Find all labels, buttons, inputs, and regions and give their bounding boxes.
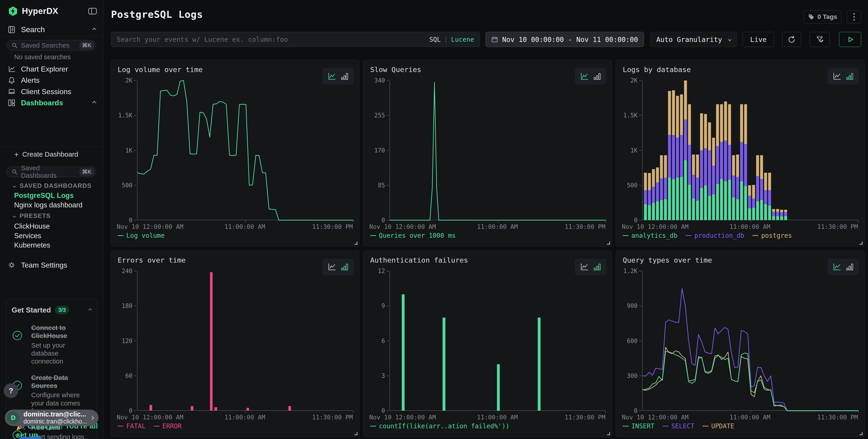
onboarding-item-sources[interactable]: Create Data Sources Configure where your… <box>11 374 91 415</box>
legend-item[interactable]: FATAL <box>118 422 146 430</box>
legend-item[interactable]: analytics_db <box>623 232 677 239</box>
section-label: PRESETS <box>20 213 51 220</box>
filter-edit-button[interactable] <box>810 32 830 47</box>
chart-legend: analytics_dbproduction_dbpostgres <box>623 232 792 239</box>
run-query-button[interactable] <box>839 32 861 47</box>
y-tick-label: 120 <box>122 338 136 344</box>
line-chart-icon[interactable] <box>327 72 336 81</box>
legend-item[interactable]: Queries over 1000 ms <box>370 232 456 239</box>
x-axis: Nov 10 12:00:00 AM 11:00:00 AM 11:30:00 … <box>616 414 864 421</box>
resize-handle[interactable] <box>354 242 358 245</box>
legend-item[interactable]: Log volume <box>118 232 165 239</box>
y-axis: 036912 <box>363 271 389 411</box>
sidebar-item-dashboards[interactable]: Dashboards <box>0 97 103 108</box>
refresh-button[interactable] <box>782 32 801 47</box>
sql-mode-toggle[interactable]: SQL <box>429 36 441 43</box>
section-saved-dashboards[interactable]: SAVED DASHBOARDS <box>13 182 92 189</box>
saved-dashboards-input[interactable]: Saved Dashboards ⌘K <box>6 167 96 177</box>
onboarding-item-connect[interactable]: Connect to ClickHouse Set up your databa… <box>11 324 91 366</box>
sidebar-item-alerts[interactable]: Alerts <box>0 74 103 86</box>
y-axis: 05001K1.5K2K <box>616 81 642 220</box>
x-tick <box>858 220 859 222</box>
sidebar-item-client-sessions[interactable]: Client Sessions <box>0 86 103 97</box>
divider <box>0 147 103 147</box>
y-tick-label: 900 <box>627 303 642 309</box>
y-tick-label: 1.2K <box>623 268 642 275</box>
sidebar-item-chart-explorer[interactable]: Chart Explorer <box>0 63 103 75</box>
legend-item[interactable]: UPDATE <box>703 422 734 430</box>
granularity-select[interactable]: Auto Granularity <box>650 32 737 47</box>
bar-chart-icon[interactable] <box>340 72 349 81</box>
legend-item[interactable]: production_db <box>686 232 744 239</box>
date-range-picker[interactable]: Nov 10 00:00:00 - Nov 11 00:00:00 <box>486 32 644 47</box>
line-chart-icon[interactable] <box>580 72 589 81</box>
resize-handle[interactable] <box>860 432 863 435</box>
x-tick <box>606 220 606 222</box>
help-button[interactable]: ? <box>4 383 18 398</box>
legend-item[interactable]: ERROR <box>154 422 181 430</box>
chevron-up-icon <box>92 28 96 32</box>
line-chart-icon[interactable] <box>832 262 842 272</box>
legend-item[interactable]: INSERT <box>623 422 654 430</box>
x-tick-label: 11:00:00 AM <box>224 414 265 421</box>
y-tick-label: 170 <box>374 147 389 154</box>
resize-handle[interactable] <box>607 432 610 435</box>
legend-item[interactable]: countIf(like(arr..ation failed%')) <box>370 422 509 430</box>
x-tick-label: Nov 10 12:00:00 AM <box>622 414 689 421</box>
plot-area[interactable] <box>137 271 353 411</box>
legend-item[interactable]: SELECT <box>663 422 694 430</box>
chart-canvas <box>390 271 606 411</box>
collapse-sidebar-button[interactable] <box>88 7 97 15</box>
plot-area[interactable] <box>390 271 606 411</box>
tags-button[interactable]: 0 Tags <box>804 10 842 24</box>
sidebar-item-nginx-logs[interactable]: Nginx logs dashboard <box>14 201 83 209</box>
sidebar-item-clickhouse[interactable]: ClickHouse <box>14 222 50 230</box>
chart-legend: countIf(like(arr..ation failed%')) <box>370 422 509 430</box>
lucene-mode-toggle[interactable]: Lucene <box>451 36 474 43</box>
resize-handle[interactable] <box>860 242 863 245</box>
chevron-down-icon <box>13 214 16 217</box>
bar-chart-icon[interactable] <box>845 72 854 81</box>
create-dashboard-button[interactable]: + Create Dashboard <box>14 151 78 158</box>
legend-item[interactable]: postgres <box>752 232 792 239</box>
line-chart-icon[interactable] <box>327 262 336 272</box>
resize-handle[interactable] <box>354 432 358 435</box>
kebab-menu-button[interactable] <box>847 10 861 24</box>
sidebar-item-services[interactable]: Services <box>14 232 41 240</box>
x-tick <box>353 220 353 222</box>
shortcut-badge: ⌘K <box>79 41 94 50</box>
get-started-header[interactable]: Get Started 3/3 <box>11 306 91 314</box>
section-presets[interactable]: PRESETS <box>13 213 51 220</box>
line-chart-icon[interactable] <box>832 72 842 81</box>
sidebar-item-kubernetes[interactable]: Kubernetes <box>14 241 51 249</box>
main-content: PostgreSQL Logs 0 Tags Search your event… <box>104 0 868 439</box>
event-search-input[interactable]: Search your events w/ Lucene ex. column:… <box>111 32 480 47</box>
chart-panel-slow-queries: Slow Queries 085170255340 Nov 10 12:00:0… <box>363 60 612 247</box>
plot-area[interactable] <box>137 81 353 220</box>
sidebar-item-postgresql-logs[interactable]: PostgreSQL Logs <box>14 191 73 200</box>
sidebar-item-team-settings[interactable]: Team Settings <box>0 259 103 271</box>
chart-legend: FATALERROR <box>118 422 182 430</box>
journal-icon <box>8 26 16 33</box>
search-icon <box>11 42 18 49</box>
calendar-icon <box>491 36 498 43</box>
live-button[interactable]: Live <box>743 32 774 47</box>
bar-chart-icon[interactable] <box>845 262 854 272</box>
logo-row: HyperDX <box>8 5 97 17</box>
sidebar-item-label: Chart Explorer <box>21 65 68 73</box>
line-chart-icon[interactable] <box>580 262 589 272</box>
x-tick <box>750 220 751 222</box>
bar-chart-icon[interactable] <box>340 262 349 272</box>
bar-chart-icon[interactable] <box>593 262 602 272</box>
sidebar-item-search[interactable]: Search <box>0 23 103 36</box>
plot-area[interactable] <box>642 81 858 220</box>
y-tick-label: 500 <box>122 182 136 189</box>
resize-handle[interactable] <box>607 242 610 245</box>
kebab-icon <box>854 13 855 14</box>
plot-area[interactable] <box>642 271 858 411</box>
plot-area[interactable] <box>390 81 606 220</box>
bar-chart-icon[interactable] <box>593 72 602 81</box>
search-placeholder: Search your events w/ Lucene ex. column:… <box>117 36 429 43</box>
saved-searches-input[interactable]: Saved Searches ⌘K <box>6 40 96 51</box>
user-menu[interactable]: D dominic.tran@clic... dominic.tran@clic… <box>5 410 98 426</box>
